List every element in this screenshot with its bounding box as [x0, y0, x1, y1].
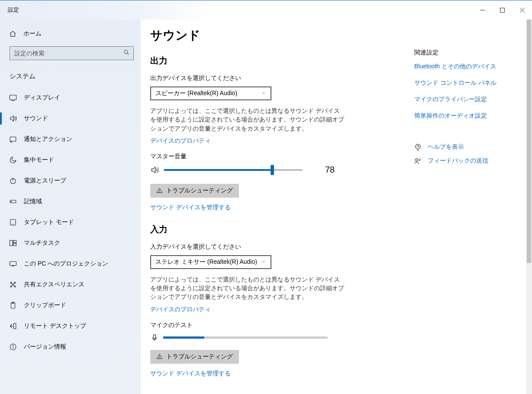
sidebar-item-share[interactable]: 共有エクスペリエンス: [0, 274, 141, 295]
output-device-select[interactable]: スピーカー (Realtek(R) Audio): [150, 86, 271, 100]
output-troubleshoot-label: トラブルシューティング: [166, 187, 233, 195]
output-desc: アプリによっては、ここで選択したものとは異なるサウンド デバイスを使用するように…: [150, 106, 345, 133]
input-device-label: 入力デバイスを選択してください: [150, 243, 406, 251]
output-troubleshoot-button[interactable]: トラブルシューティング: [150, 184, 239, 198]
input-device-select[interactable]: ステレオ ミキサー (Realtek(R) Audio): [150, 255, 271, 269]
notification-icon: [9, 135, 17, 143]
sidebar-item-multitask[interactable]: マルチタスク: [0, 233, 141, 253]
warning-icon: [156, 353, 163, 360]
sidebar-item-notifications[interactable]: 通知とアクション: [0, 129, 141, 150]
home-icon: [9, 30, 16, 38]
home-nav[interactable]: ホーム: [0, 26, 141, 42]
master-volume-label: マスター音量: [150, 153, 406, 160]
input-heading: 入力: [150, 224, 406, 235]
close-button[interactable]: [512, 0, 532, 19]
sidebar-item-label: マルチタスク: [24, 239, 60, 247]
storage-icon: [9, 198, 17, 205]
sidebar-item-power[interactable]: 電源とスリープ: [0, 170, 141, 191]
svg-rect-16: [13, 240, 16, 243]
sidebar-item-storage[interactable]: 記憶域: [0, 191, 141, 212]
scrollbar-thumb[interactable]: [527, 19, 531, 263]
input-device-value: ステレオ ミキサー (Realtek(R) Audio): [155, 258, 257, 266]
window-controls: [472, 0, 532, 19]
input-troubleshoot-label: トラブルシューティング: [166, 353, 233, 361]
output-manage-devices-link[interactable]: サウンド デバイスを管理する: [150, 204, 231, 211]
minimize-button[interactable]: [472, 0, 492, 19]
sidebar-item-projection[interactable]: この PC へのプロジェクション: [0, 253, 141, 274]
sidebar-item-label: クリップボード: [24, 301, 66, 309]
svg-point-36: [416, 158, 418, 161]
input-desc: アプリによっては、ここで選択したものとは異なるサウンド デバイスを使用するように…: [150, 275, 345, 301]
sidebar-item-about[interactable]: バージョン情報: [0, 336, 141, 357]
share-icon: [9, 281, 17, 288]
sidebar-item-clipboard[interactable]: クリップボード: [0, 295, 141, 316]
speaker-icon[interactable]: [150, 166, 159, 174]
display-icon: [9, 94, 17, 102]
sidebar-item-focus[interactable]: 集中モード: [0, 150, 141, 170]
svg-point-35: [416, 144, 420, 149]
sidebar-item-label: リモート デスクトップ: [24, 322, 86, 330]
sidebar-item-tablet[interactable]: タブレット モード: [0, 212, 141, 233]
maximize-button[interactable]: [492, 0, 512, 19]
output-device-props-link[interactable]: デバイスのプロパティ: [150, 137, 211, 145]
related-heading: 関連設定: [414, 49, 514, 57]
sidebar-item-label: ディスプレイ: [24, 94, 60, 102]
svg-point-34: [159, 358, 160, 358]
output-device-value: スピーカー (Realtek(R) Audio): [155, 90, 237, 97]
svg-rect-18: [10, 262, 16, 266]
svg-rect-31: [154, 334, 156, 338]
titlebar: 設定: [0, 0, 532, 19]
content-area: サウンド 出力 出力デバイスを選択してください スピーカー (Realtek(R…: [141, 19, 532, 394]
feedback-link[interactable]: フィードバックの送信: [414, 157, 514, 165]
feedback-label: フィードバックの送信: [428, 157, 488, 165]
info-icon: [9, 343, 17, 351]
svg-rect-8: [10, 137, 16, 141]
sidebar-item-label: バージョン情報: [24, 343, 66, 351]
input-troubleshoot-button[interactable]: トラブルシューティング: [150, 350, 239, 364]
sidebar-item-label: タブレット モード: [24, 218, 74, 226]
power-icon: [9, 177, 17, 185]
svg-point-12: [11, 201, 12, 202]
svg-rect-25: [14, 324, 16, 329]
sidebar-item-label: 記憶域: [24, 198, 42, 205]
input-manage-devices-link[interactable]: サウンド デバイスを管理する: [150, 370, 231, 378]
svg-rect-15: [10, 240, 13, 246]
svg-rect-6: [10, 95, 16, 100]
svg-rect-1: [500, 8, 504, 12]
vertical-scrollbar[interactable]: [526, 19, 532, 394]
moon-icon: [9, 156, 17, 164]
related-link-bluetooth[interactable]: Bluetooth とその他のデバイス: [414, 63, 514, 70]
master-volume-value: 78: [325, 165, 335, 175]
input-device-props-link[interactable]: デバイスのプロパティ: [150, 306, 211, 314]
svg-point-30: [159, 192, 160, 192]
output-device-label: 出力デバイスを選択してください: [150, 74, 406, 82]
tablet-icon: [9, 218, 17, 226]
help-link[interactable]: ヘルプを表示: [414, 143, 514, 151]
mic-level-bar: [163, 336, 328, 339]
page-title: サウンド: [150, 27, 406, 44]
sound-icon: [9, 115, 17, 122]
sidebar-section-label: システム: [0, 64, 141, 87]
chevron-down-icon: [261, 90, 266, 97]
sidebar-item-label: 共有エクスペリエンス: [24, 281, 84, 288]
sidebar-item-label: 電源とスリープ: [24, 177, 66, 185]
master-volume-slider[interactable]: [164, 165, 303, 175]
related-link-mic-privacy[interactable]: マイクのプライバシー設定: [414, 96, 514, 103]
search-input[interactable]: [10, 46, 134, 60]
sidebar: ホーム システム ディスプレイ サウンド 通知とアクション: [0, 19, 141, 394]
sidebar-item-sound[interactable]: サウンド: [0, 108, 141, 129]
clipboard-icon: [9, 301, 17, 309]
home-label: ホーム: [23, 30, 42, 38]
related-settings-panel: 関連設定 Bluetooth とその他のデバイス サウンド コントロール パネル…: [406, 27, 514, 394]
sidebar-item-label: サウンド: [24, 115, 48, 122]
related-link-sound-panel[interactable]: サウンド コントロール パネル: [414, 79, 514, 87]
remote-desktop-icon: [9, 322, 17, 330]
chevron-down-icon: [261, 259, 266, 266]
microphone-icon: [150, 333, 159, 342]
related-link-ease-audio[interactable]: 簡単操作のオーディオ設定: [414, 112, 514, 120]
sidebar-item-label: 通知とアクション: [24, 135, 72, 143]
sidebar-item-display[interactable]: ディスプレイ: [0, 87, 141, 108]
sidebar-item-remote[interactable]: リモート デスクトップ: [0, 316, 141, 336]
mic-test-label: マイクのテスト: [150, 321, 406, 329]
output-heading: 出力: [150, 55, 406, 67]
